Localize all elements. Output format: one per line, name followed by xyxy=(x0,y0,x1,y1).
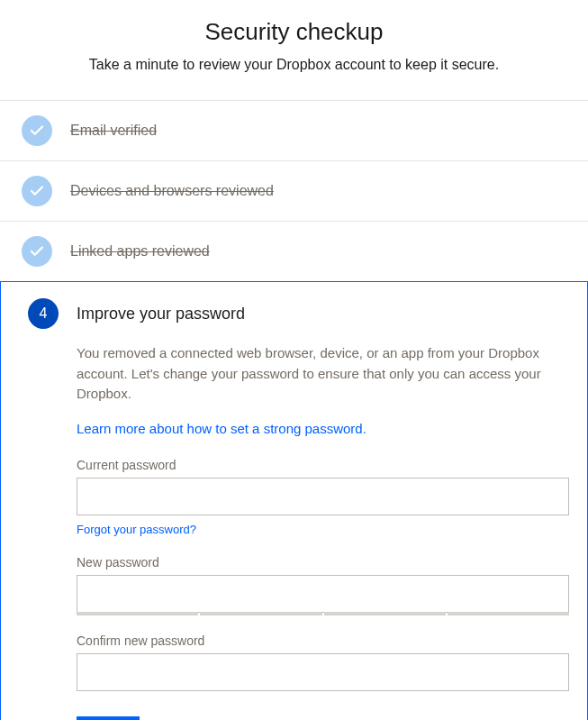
step-linked-apps-reviewed[interactable]: Linked apps reviewed xyxy=(0,221,588,281)
new-password-input[interactable] xyxy=(77,575,569,613)
new-password-label: New password xyxy=(77,555,569,570)
learn-more-link[interactable]: Learn more about how to set a strong pas… xyxy=(77,421,569,436)
step-label: Email verified xyxy=(70,123,157,139)
step-label: Devices and browsers reviewed xyxy=(70,183,274,199)
page-subtitle: Take a minute to review your Dropbox acc… xyxy=(18,57,570,73)
page-title: Security checkup xyxy=(18,18,570,46)
step-number-badge: 4 xyxy=(28,298,59,329)
forgot-password-link[interactable]: Forgot your password? xyxy=(77,523,196,536)
check-icon xyxy=(22,176,52,206)
confirm-password-input[interactable] xyxy=(77,653,569,691)
step-devices-reviewed[interactable]: Devices and browsers reviewed xyxy=(0,160,588,221)
check-icon xyxy=(22,115,52,146)
current-password-label: Current password xyxy=(77,458,569,472)
save-button[interactable]: Save xyxy=(77,716,140,721)
step-improve-password: 4 Improve your password You removed a co… xyxy=(0,281,588,720)
step-description: You removed a connected web browser, dev… xyxy=(77,343,569,405)
step-label: Linked apps reviewed xyxy=(70,243,210,260)
active-step-title: Improve your password xyxy=(77,305,245,324)
step-email-verified[interactable]: Email verified xyxy=(0,100,588,160)
current-password-input[interactable] xyxy=(77,478,569,515)
check-icon xyxy=(22,236,52,267)
confirm-password-label: Confirm new password xyxy=(77,633,569,648)
page-header: Security checkup Take a minute to review… xyxy=(0,18,588,100)
